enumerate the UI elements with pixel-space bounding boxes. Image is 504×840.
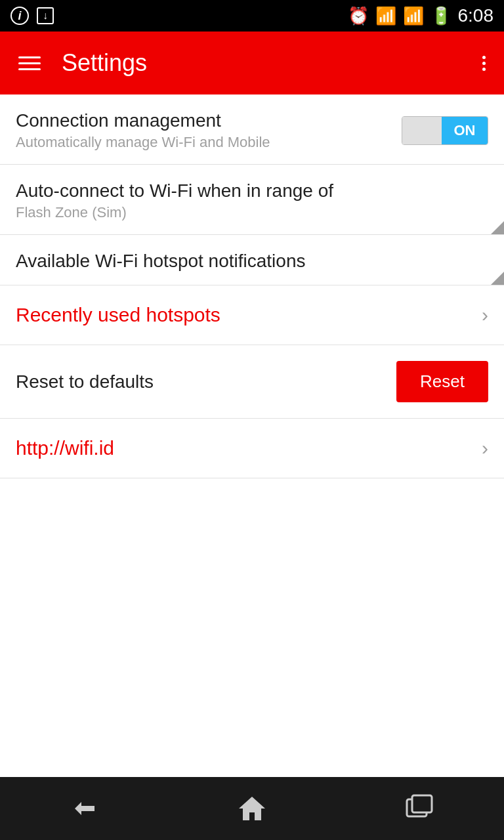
reset-button[interactable]: Reset (396, 361, 488, 402)
wifi-notifications-dropdown-indicator (491, 272, 504, 285)
status-icons-left: i ↓ (10, 7, 54, 25)
status-icons-right: ⏰ 📶 📶 🔋 6:08 (348, 5, 494, 26)
home-button[interactable] (226, 789, 278, 828)
wifi-notifications-row[interactable]: Available Wi-Fi hotspot notifications (0, 235, 504, 285)
reset-defaults-row: Reset to defaults Reset (0, 345, 504, 419)
recently-used-hotspots-row[interactable]: Recently used hotspots › (0, 285, 504, 345)
more-options-button[interactable] (477, 51, 491, 76)
back-button[interactable] (58, 789, 110, 828)
hamburger-line-3 (18, 68, 41, 70)
recently-used-hotspots-label: Recently used hotspots (16, 304, 220, 326)
reset-defaults-label: Reset to defaults (16, 371, 154, 392)
status-bar: i ↓ ⏰ 📶 📶 🔋 6:08 (0, 0, 504, 32)
recents-button[interactable] (394, 789, 446, 828)
app-bar: Settings (0, 32, 504, 94)
svg-rect-2 (412, 795, 432, 812)
settings-content: Connection management Automatically mana… (0, 94, 504, 777)
menu-button[interactable] (13, 51, 46, 75)
signal-icon: 📶 (403, 6, 424, 26)
auto-connect-label: Auto-connect to Wi-Fi when in range of (16, 180, 488, 201)
dot-1 (482, 56, 486, 59)
info-icon: i (10, 7, 29, 25)
connection-management-text: Connection management Automatically mana… (16, 110, 270, 151)
hamburger-line-2 (18, 62, 41, 64)
status-time: 6:08 (458, 5, 494, 26)
download-icon: ↓ (37, 7, 54, 24)
app-bar-title: Settings (62, 49, 477, 77)
wifi-url-row[interactable]: http://wifi.id › (0, 419, 504, 478)
hamburger-line-1 (18, 56, 41, 58)
connection-management-sublabel: Automatically manage Wi-Fi and Mobile (16, 134, 270, 151)
toggle-off-side (402, 117, 442, 144)
connection-management-label: Connection management (16, 110, 270, 131)
connection-management-toggle[interactable]: ON (402, 116, 488, 145)
wifi-url-chevron-icon: › (482, 437, 488, 459)
chevron-right-icon: › (482, 304, 488, 326)
toggle-on-side: ON (442, 117, 488, 144)
dot-2 (482, 62, 486, 65)
wifi-notifications-label: Available Wi-Fi hotspot notifications (16, 251, 488, 272)
clock-icon: ⏰ (348, 6, 369, 26)
battery-icon: 🔋 (430, 6, 452, 26)
svg-marker-0 (239, 797, 265, 820)
wifi-url-label: http://wifi.id (16, 437, 114, 459)
nav-bar (0, 777, 504, 840)
wifi-icon: 📶 (375, 6, 396, 26)
dot-3 (482, 68, 486, 71)
auto-connect-sublabel: Flash Zone (Sim) (16, 204, 488, 221)
auto-connect-row[interactable]: Auto-connect to Wi-Fi when in range of F… (0, 165, 504, 235)
connection-management-row: Connection management Automatically mana… (0, 94, 504, 165)
auto-connect-dropdown-indicator (491, 221, 504, 234)
